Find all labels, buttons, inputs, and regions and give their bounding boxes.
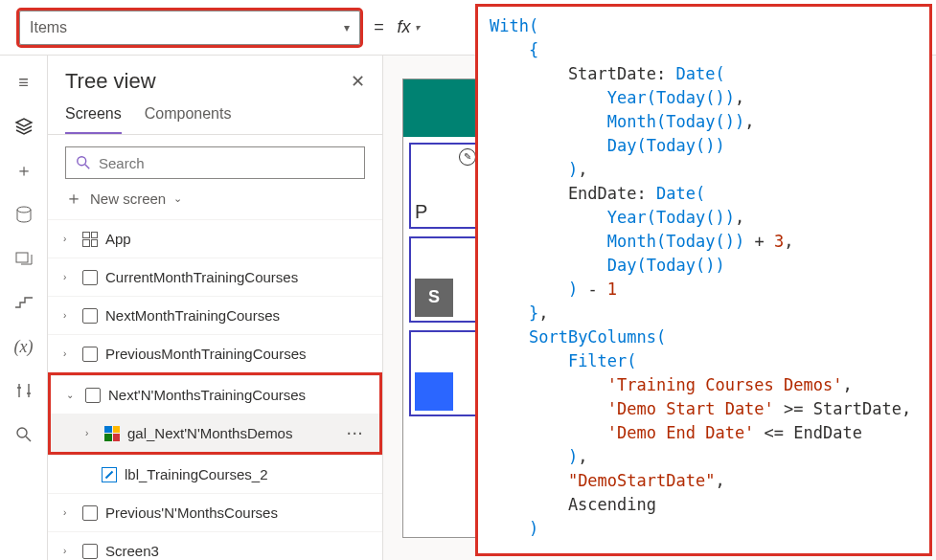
- screen-icon: [82, 505, 98, 521]
- plus-icon[interactable]: ＋: [12, 159, 35, 182]
- tree-item-screen[interactable]: › CurrentMonthTrainingCourses: [48, 258, 382, 296]
- label-icon: [102, 467, 117, 482]
- tree-item-label: lbl_TrainingCourses_2: [125, 466, 268, 482]
- fx-button[interactable]: fx ▾: [398, 17, 420, 37]
- tree-view-panel: Tree view ✕ Screens Components ＋ New scr…: [48, 56, 383, 560]
- chevron-down-icon: ▾: [415, 22, 420, 33]
- chevron-right-icon: ›: [63, 272, 75, 282]
- screen-icon: [82, 544, 98, 559]
- tree-view-title: Tree view: [65, 69, 156, 94]
- chevron-right-icon: ›: [63, 507, 75, 518]
- layers-icon[interactable]: [12, 115, 35, 138]
- gallery-icon: [104, 426, 120, 441]
- screen-icon: [82, 308, 98, 324]
- highlighted-group: ⌄ Next'N'MonthsTrainingCourses › gal_Nex…: [48, 372, 382, 455]
- media-icon[interactable]: [12, 247, 35, 270]
- svg-point-2: [17, 428, 27, 437]
- tree-view-tabs: Screens Components: [48, 100, 382, 135]
- chevron-right-icon: ›: [63, 234, 75, 244]
- chevron-down-icon: ⌄: [66, 390, 78, 400]
- fx-label: fx: [398, 17, 411, 37]
- chevron-right-icon: ›: [85, 428, 97, 438]
- tree-item-screen[interactable]: › Screen3: [48, 531, 382, 560]
- more-icon[interactable]: ···: [347, 426, 364, 441]
- search-icon: [76, 155, 91, 170]
- chevron-down-icon: ▾: [344, 21, 350, 34]
- close-icon[interactable]: ✕: [351, 71, 365, 92]
- tools-icon[interactable]: [12, 379, 35, 402]
- new-screen-button[interactable]: ＋ New screen ⌄: [48, 187, 382, 219]
- data-icon[interactable]: [12, 203, 35, 226]
- svg-rect-1: [16, 253, 28, 262]
- tree-item-label-control[interactable]: lbl_TrainingCourses_2: [48, 455, 382, 493]
- chevron-right-icon: ›: [63, 546, 75, 556]
- tree-item-screen[interactable]: › Previous'N'MonthsCourses: [48, 493, 382, 531]
- formula-editor[interactable]: With( { StartDate: Date( Year(Today()), …: [475, 4, 932, 556]
- tree-item-label: CurrentMonthTrainingCourses: [105, 269, 298, 285]
- tree-item-screen[interactable]: ⌄ Next'N'MonthsTrainingCourses: [51, 375, 379, 414]
- gallery-placeholder: P: [415, 201, 427, 223]
- tab-screens[interactable]: Screens: [65, 100, 122, 134]
- property-selector-label: Items: [30, 19, 67, 36]
- tab-components[interactable]: Components: [145, 100, 232, 134]
- tree-item-label: Previous'N'MonthsCourses: [105, 504, 278, 521]
- tree: › App › CurrentMonthTrainingCourses › Ne…: [48, 219, 382, 560]
- gallery-item[interactable]: ✎ P: [409, 143, 482, 229]
- edit-icon[interactable]: ✎: [459, 148, 476, 166]
- gallery-thumb: [415, 372, 453, 411]
- svg-point-0: [17, 207, 31, 213]
- new-screen-label: New screen: [90, 190, 166, 207]
- gallery-item[interactable]: [409, 330, 482, 416]
- tree-item-screen[interactable]: › PreviousMonthTrainingCourses: [48, 334, 382, 372]
- search-icon[interactable]: [12, 423, 35, 446]
- property-selector[interactable]: Items ▾: [19, 11, 360, 45]
- tree-item-app[interactable]: › App: [48, 219, 382, 258]
- chevron-down-icon: ⌄: [173, 192, 182, 205]
- tree-item-label: PreviousMonthTrainingCourses: [105, 346, 307, 362]
- chevron-right-icon: ›: [63, 310, 75, 321]
- tree-item-label: NextMonthTrainingCourses: [105, 307, 280, 324]
- app-icon: [82, 232, 98, 247]
- equals-label: =: [374, 17, 384, 37]
- search-input[interactable]: [99, 155, 354, 171]
- steps-icon[interactable]: [12, 291, 35, 314]
- plus-icon: ＋: [65, 187, 82, 210]
- search-box[interactable]: [65, 146, 365, 179]
- variable-icon[interactable]: (x): [12, 335, 35, 358]
- tree-item-screen[interactable]: › NextMonthTrainingCourses: [48, 296, 382, 334]
- chevron-right-icon: ›: [63, 348, 75, 359]
- screen-icon: [85, 388, 101, 403]
- tree-item-label: Next'N'MonthsTrainingCourses: [108, 387, 306, 403]
- tree-item-label: App: [105, 231, 131, 247]
- screen-icon: [82, 270, 98, 285]
- svg-point-3: [78, 157, 86, 166]
- tree-item-label: gal_Next'N'MonthsDemos: [127, 425, 292, 441]
- tree-item-gallery[interactable]: › gal_Next'N'MonthsDemos ···: [51, 414, 379, 452]
- hamburger-icon[interactable]: ≡: [12, 71, 35, 94]
- screen-icon: [82, 347, 98, 362]
- gallery-item[interactable]: S: [409, 236, 482, 323]
- gallery-thumb: S: [415, 279, 453, 317]
- tree-item-label: Screen3: [105, 543, 159, 559]
- left-rail: ≡ ＋ (x): [0, 56, 48, 560]
